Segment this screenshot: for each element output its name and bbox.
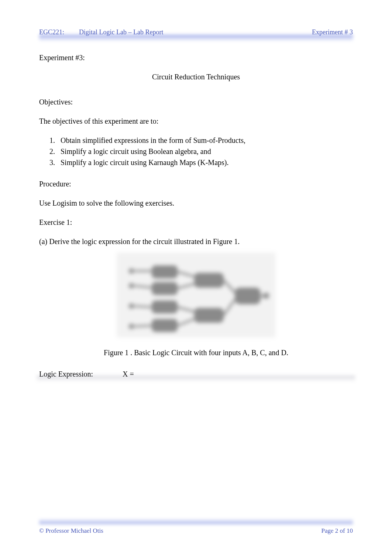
figure-1 [39,253,353,340]
svg-point-3 [129,303,134,309]
experiment-label: Experiment #3: [39,52,353,63]
logic-expression-row: Logic Expression: X = [39,368,353,380]
procedure-heading: Procedure: [39,179,353,189]
svg-rect-5 [152,265,178,278]
svg-point-1 [129,268,134,274]
list-item: Obtain simplified expressions in the for… [57,135,353,145]
footer-page-number: Page 2 of 10 [321,527,353,535]
svg-point-12 [263,293,269,299]
page-header: EGC221: Digital Logic Lab – Lab Report E… [39,27,353,38]
svg-rect-10 [194,308,224,323]
svg-line-16 [134,326,152,326]
objectives-list: Obtain simplified expressions in the for… [57,135,353,168]
svg-rect-7 [152,301,178,313]
svg-rect-11 [235,288,261,304]
svg-rect-9 [194,273,224,288]
header-divider-glow [39,35,353,41]
svg-point-4 [129,324,134,329]
svg-point-2 [129,283,134,288]
svg-rect-8 [152,319,178,332]
objectives-intro: The objectives of this experiment are to… [39,116,353,126]
list-item: Simplify a logic circuit using Karnaugh … [57,157,353,168]
row-shadow [37,375,355,382]
experiment-title: Circuit Reduction Techniques [39,72,353,82]
procedure-text: Use Logisim to solve the following exerc… [39,198,353,208]
footer-author: © Professor Michael Otis [39,527,103,535]
exercise-prompt: (a) Derive the logic expression for the … [39,236,353,247]
footer-divider-glow [39,518,353,524]
svg-line-15 [134,306,152,307]
svg-rect-6 [152,282,178,295]
list-item: Simplify a logic circuit using Boolean a… [57,146,353,157]
figure-caption: Figure 1 . Basic Logic Circuit with four… [39,347,353,358]
page-footer: © Professor Michael Otis Page 2 of 10 [39,527,353,535]
circuit-diagram-icon [117,253,275,337]
exercise-heading: Exercise 1: [39,217,353,227]
objectives-heading: Objectives: [39,97,353,107]
